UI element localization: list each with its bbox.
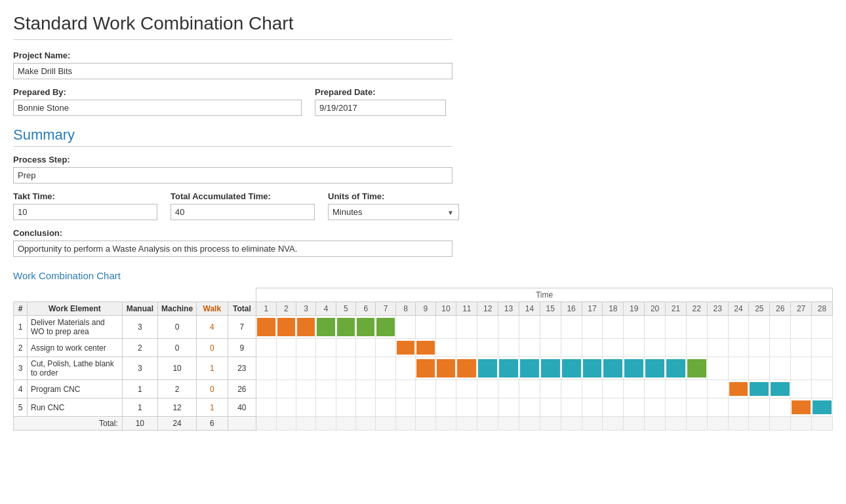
row-num: 4 — [14, 380, 28, 398]
units-label: Units of Time: — [328, 191, 459, 201]
prepared-by-input[interactable] — [13, 100, 302, 116]
gantt-cell — [356, 380, 376, 398]
gantt-cell — [376, 380, 395, 398]
row-num: 3 — [14, 357, 28, 380]
gantt-cell — [665, 339, 686, 357]
units-select[interactable]: Minutes Seconds Hours — [328, 204, 459, 220]
gantt-cell — [456, 316, 477, 339]
gantt-cell — [728, 316, 749, 339]
gantt-cell — [477, 339, 498, 357]
gantt-cell — [296, 357, 315, 380]
gantt-cell — [645, 398, 666, 417]
row-manual: 1 — [122, 380, 157, 398]
total-walk: 6 — [197, 417, 228, 431]
gantt-cell — [395, 316, 415, 339]
project-name-label: Project Name: — [13, 50, 833, 60]
gantt-cell — [519, 398, 540, 417]
gantt-cell — [256, 316, 276, 339]
gantt-cell — [296, 339, 315, 357]
process-step-input[interactable] — [13, 167, 453, 184]
gantt-cell — [416, 357, 435, 380]
gantt-cell — [645, 316, 666, 339]
gantt-cell — [707, 357, 728, 380]
prepared-date-input[interactable] — [315, 100, 446, 116]
takt-time-label: Takt Time: — [13, 191, 157, 201]
gantt-cell — [316, 380, 336, 398]
gantt-cell — [456, 398, 477, 417]
gantt-cell — [603, 357, 624, 380]
gantt-cell — [416, 339, 435, 357]
row-element: Run CNC — [28, 398, 123, 417]
gantt-cell — [749, 316, 770, 339]
col-manual-header: Manual — [122, 302, 157, 316]
gantt-cell — [356, 316, 376, 339]
gantt-cell — [519, 357, 540, 380]
chart-heading: Work Combination Chart — [13, 270, 833, 281]
gantt-cell — [498, 339, 519, 357]
gantt-cell — [498, 357, 519, 380]
gantt-cell — [498, 398, 519, 417]
row-machine: 0 — [158, 316, 197, 339]
prepared-by-col: Prepared By: — [13, 87, 302, 116]
gantt-cell — [665, 398, 686, 417]
gantt-cell — [356, 398, 376, 417]
gantt-cell — [645, 380, 666, 398]
gantt-cell — [276, 339, 296, 357]
gantt-cell — [416, 316, 435, 339]
conclusion-label: Conclusion: — [13, 228, 833, 238]
gantt-cell — [707, 380, 728, 398]
gantt-cell — [456, 357, 477, 380]
total-acc-label: Total Accumulated Time: — [171, 191, 315, 201]
gantt-cell — [316, 357, 336, 380]
summary-heading: Summary — [13, 126, 833, 144]
total-acc-input[interactable] — [171, 204, 315, 220]
prepared-row: Prepared By: Prepared Date: — [13, 87, 833, 116]
summary-divider — [13, 146, 453, 147]
gantt-cell — [582, 357, 603, 380]
row-total: 40 — [228, 398, 256, 417]
row-walk: 1 — [197, 398, 228, 417]
gantt-cell — [296, 398, 315, 417]
gantt-cell — [276, 380, 296, 398]
row-total: 26 — [228, 380, 256, 398]
row-manual: 1 — [122, 398, 157, 417]
gantt-cell — [561, 398, 582, 417]
gantt-cell — [791, 339, 812, 357]
row-element: Assign to work center — [28, 339, 123, 357]
time-fields-row: Takt Time: Total Accumulated Time: Units… — [13, 191, 833, 220]
row-num: 2 — [14, 339, 28, 357]
row-total: 7 — [228, 316, 256, 339]
col-walk-header: Walk — [197, 302, 228, 316]
gantt-cell — [376, 316, 395, 339]
gantt-cell — [707, 398, 728, 417]
gantt-cell — [276, 357, 296, 380]
row-manual: 2 — [122, 339, 157, 357]
total-label: Total: — [14, 417, 123, 431]
gantt-cell — [749, 398, 770, 417]
total-manual: 10 — [122, 417, 157, 431]
gantt-cell — [770, 357, 791, 380]
gantt-cell — [686, 316, 707, 339]
col-element-header: Work Element — [28, 302, 123, 316]
gantt-cell — [645, 357, 666, 380]
table-row: 3Cut, Polish, Lathe blank to order310123 — [14, 357, 833, 380]
gantt-cell — [435, 339, 456, 357]
conclusion-input[interactable] — [13, 241, 453, 257]
total-row: Total:10246 — [14, 417, 833, 431]
gantt-cell — [435, 316, 456, 339]
gantt-cell — [791, 357, 812, 380]
row-walk: 0 — [197, 339, 228, 357]
takt-time-input[interactable] — [13, 204, 157, 220]
table-row: 4Program CNC12026 — [14, 380, 833, 398]
gantt-cell — [336, 339, 355, 357]
gantt-cell — [435, 357, 456, 380]
gantt-cell — [791, 380, 812, 398]
gantt-cell — [477, 380, 498, 398]
gantt-cell — [749, 339, 770, 357]
gantt-cell — [603, 316, 624, 339]
project-name-input[interactable] — [13, 63, 453, 79]
total-machine: 24 — [158, 417, 197, 431]
gantt-cell — [435, 398, 456, 417]
gantt-cell — [665, 357, 686, 380]
gantt-cell — [582, 339, 603, 357]
